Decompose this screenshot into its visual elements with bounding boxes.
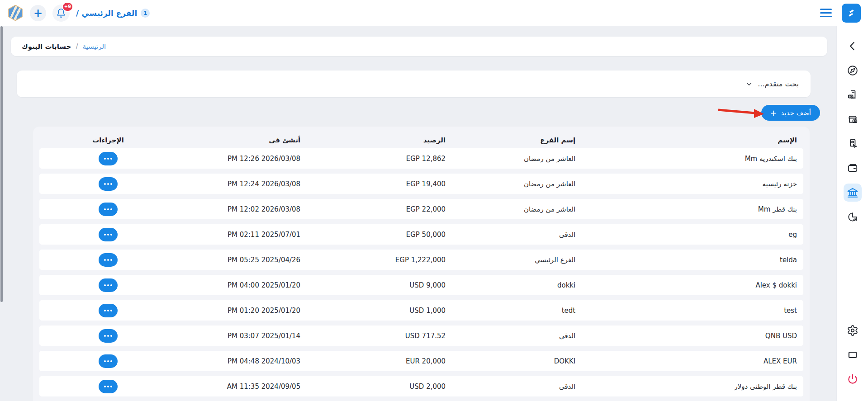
cell-actions bbox=[39, 152, 177, 165]
cell-balance: USD 717.52 bbox=[307, 332, 452, 340]
row-actions-button[interactable] bbox=[99, 278, 118, 292]
advanced-search-toggle[interactable]: بحث متقدم... bbox=[17, 71, 811, 97]
cell-branch-name: الدقى bbox=[452, 382, 582, 391]
cell-created-at: AM 11:35 2024/09/05 bbox=[177, 382, 307, 391]
row-actions-button[interactable] bbox=[99, 228, 118, 241]
cell-balance: USD 9,000 bbox=[307, 281, 452, 289]
cell-created-at: PM 03:07 2025/01/14 bbox=[177, 332, 307, 340]
row-actions-button[interactable] bbox=[99, 152, 118, 165]
rectangle-icon bbox=[847, 349, 859, 361]
table-row: egالدقىEGP 50,000PM 02:11 2025/07/01 bbox=[39, 224, 803, 245]
breadcrumb-separator: / bbox=[76, 42, 78, 51]
table-row: بنك قطر الوطنى دولارالدقىUSD 2,000AM 11:… bbox=[39, 376, 803, 396]
sidebar-item-dashboard[interactable] bbox=[844, 61, 862, 80]
cell-balance: EGP 1,222,000 bbox=[307, 256, 452, 264]
add-new-button[interactable]: أضف جديد + bbox=[761, 105, 821, 121]
sidebar-item-logout[interactable] bbox=[844, 370, 862, 388]
cell-actions bbox=[39, 278, 177, 292]
sidebar-item-window[interactable] bbox=[844, 346, 862, 364]
add-new-label: أضف جديد bbox=[781, 109, 811, 117]
table-header-row: الإسمإسم الفرعالرصيدأنشئ فىالإجراءات bbox=[39, 132, 803, 148]
cell-balance: EGP 19,400 bbox=[307, 180, 452, 188]
plus-icon: + bbox=[770, 109, 777, 117]
cell-balance: EGP 12,862 bbox=[307, 155, 452, 163]
company-logo-icon bbox=[8, 6, 23, 20]
column-header-0: الإسم bbox=[582, 136, 803, 144]
row-actions-button[interactable] bbox=[99, 329, 118, 343]
cell-branch-name: DOKKI bbox=[452, 357, 582, 365]
top-navbar: + +9 1 الفرع الرئيسي / bbox=[0, 0, 868, 26]
company-logo[interactable] bbox=[7, 5, 24, 21]
cell-account-name: ALEX EUR bbox=[582, 357, 803, 365]
breadcrumb: الرئيسية / حسابات البنوك bbox=[11, 37, 827, 56]
sidebar-item-settings[interactable] bbox=[844, 321, 862, 340]
cell-account-name: خزنه رئيسيه bbox=[582, 180, 803, 188]
cell-actions bbox=[39, 253, 177, 267]
row-actions-button[interactable] bbox=[99, 253, 118, 267]
notifications-button[interactable]: +9 bbox=[52, 5, 70, 22]
row-actions-button[interactable] bbox=[99, 177, 118, 191]
cell-branch-name: الدقى bbox=[452, 231, 582, 239]
sidebar-item-invoices[interactable] bbox=[844, 86, 862, 104]
plus-icon: + bbox=[33, 8, 43, 19]
sidebar-item-store[interactable] bbox=[844, 110, 862, 128]
cell-created-at: PM 12:26 2026/03/08 bbox=[177, 155, 307, 163]
app-logo[interactable] bbox=[842, 4, 861, 23]
cell-branch-name: العاشر من رمضان bbox=[452, 205, 582, 213]
menu-hamburger-icon[interactable] bbox=[820, 9, 832, 17]
compass-icon bbox=[847, 65, 859, 76]
sidebar-item-payments[interactable] bbox=[844, 135, 862, 153]
cell-balance: EUR 20,000 bbox=[307, 357, 452, 365]
advanced-search-label: بحث متقدم... bbox=[758, 80, 799, 88]
page-title: حسابات البنوك bbox=[22, 42, 71, 51]
sidebar-item-collapse[interactable] bbox=[844, 37, 862, 55]
cell-created-at: PM 02:11 2025/07/01 bbox=[177, 231, 307, 239]
gear-icon bbox=[847, 325, 859, 336]
cell-balance: EGP 22,000 bbox=[307, 205, 452, 213]
main-content: الرئيسية / حسابات البنوك بحث متقدم... أض… bbox=[0, 26, 836, 401]
sidebar-item-reports[interactable] bbox=[844, 208, 862, 226]
table-row: بنك اسكندريه Mmالعاشر من رمضانEGP 12,862… bbox=[39, 148, 803, 169]
red-annotation-arrow bbox=[717, 107, 764, 118]
scrollbar-thumb[interactable] bbox=[0, 26, 3, 302]
column-header-1: إسم الفرع bbox=[452, 136, 582, 144]
cell-account-name: eg bbox=[582, 231, 803, 239]
cell-created-at: PM 01:20 2025/01/20 bbox=[177, 307, 307, 315]
current-branch-title: الفرع الرئيسي / bbox=[76, 9, 137, 18]
sidebar-item-bank-accounts[interactable] bbox=[844, 184, 862, 202]
scrollbar-track[interactable] bbox=[0, 26, 3, 401]
cell-actions bbox=[39, 304, 177, 317]
cell-created-at: PM 04:00 2025/01/20 bbox=[177, 281, 307, 289]
column-header-4: الإجراءات bbox=[39, 136, 177, 144]
cell-balance: EGP 50,000 bbox=[307, 231, 452, 239]
cell-created-at: PM 12:24 2026/03/08 bbox=[177, 180, 307, 188]
quick-add-button[interactable]: + bbox=[30, 5, 46, 21]
chevron-left-icon bbox=[847, 40, 859, 52]
bank-accounts-table: الإسمإسم الفرعالرصيدأنشئ فىالإجراءات بنك… bbox=[33, 127, 810, 401]
cell-branch-name: الدقى bbox=[452, 332, 582, 340]
cell-balance: USD 2,000 bbox=[307, 382, 452, 391]
cell-account-name: بنك اسكندريه Mm bbox=[582, 155, 803, 163]
cell-branch-name: العاشر من رمضان bbox=[452, 180, 582, 188]
cell-actions bbox=[39, 380, 177, 393]
table-row: Alex $ dokkidokkiUSD 9,000PM 04:00 2025/… bbox=[39, 275, 803, 295]
cell-branch-name: dokki bbox=[452, 281, 582, 289]
row-actions-button[interactable] bbox=[99, 304, 118, 317]
row-actions-button[interactable] bbox=[99, 380, 118, 393]
row-actions-button[interactable] bbox=[99, 203, 118, 216]
cell-created-at: PM 05:25 2025/04/26 bbox=[177, 256, 307, 264]
cell-actions bbox=[39, 177, 177, 191]
sidebar-item-wallet[interactable] bbox=[844, 159, 862, 177]
column-header-3: أنشئ فى bbox=[177, 136, 307, 144]
row-actions-button[interactable] bbox=[99, 354, 118, 368]
table-row: testtedtUSD 1,000PM 01:20 2025/01/20 bbox=[39, 300, 803, 321]
table-row: خزنه رئيسيهالعاشر من رمضانEGP 19,400PM 1… bbox=[39, 174, 803, 194]
cell-account-name: Alex $ dokki bbox=[582, 281, 803, 289]
breadcrumb-home-link[interactable]: الرئيسية bbox=[83, 42, 106, 51]
cell-actions bbox=[39, 203, 177, 216]
right-sidebar bbox=[836, 26, 868, 401]
table-row: QNB USDالدقىUSD 717.52PM 03:07 2025/01/1… bbox=[39, 326, 803, 346]
wallet-icon bbox=[847, 162, 859, 174]
cell-actions bbox=[39, 329, 177, 343]
cell-account-name: test bbox=[582, 307, 803, 315]
